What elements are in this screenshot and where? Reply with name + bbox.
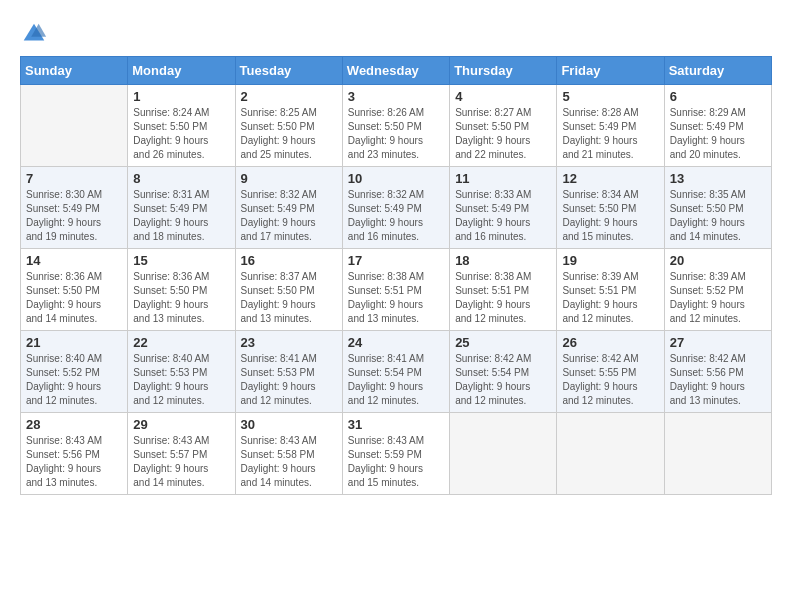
calendar-day: 25Sunrise: 8:42 AM Sunset: 5:54 PM Dayli… bbox=[450, 331, 557, 413]
calendar-header-row: SundayMondayTuesdayWednesdayThursdayFrid… bbox=[21, 57, 772, 85]
day-number: 12 bbox=[562, 171, 658, 186]
day-number: 1 bbox=[133, 89, 229, 104]
day-number: 2 bbox=[241, 89, 337, 104]
day-number: 20 bbox=[670, 253, 766, 268]
day-number: 11 bbox=[455, 171, 551, 186]
calendar-day: 23Sunrise: 8:41 AM Sunset: 5:53 PM Dayli… bbox=[235, 331, 342, 413]
calendar-table: SundayMondayTuesdayWednesdayThursdayFrid… bbox=[20, 56, 772, 495]
calendar-day: 29Sunrise: 8:43 AM Sunset: 5:57 PM Dayli… bbox=[128, 413, 235, 495]
empty-day bbox=[450, 413, 557, 495]
weekday-header: Friday bbox=[557, 57, 664, 85]
day-info: Sunrise: 8:27 AM Sunset: 5:50 PM Dayligh… bbox=[455, 106, 551, 162]
calendar-day: 31Sunrise: 8:43 AM Sunset: 5:59 PM Dayli… bbox=[342, 413, 449, 495]
day-info: Sunrise: 8:36 AM Sunset: 5:50 PM Dayligh… bbox=[26, 270, 122, 326]
weekday-header: Thursday bbox=[450, 57, 557, 85]
day-number: 22 bbox=[133, 335, 229, 350]
day-info: Sunrise: 8:32 AM Sunset: 5:49 PM Dayligh… bbox=[241, 188, 337, 244]
calendar-day: 17Sunrise: 8:38 AM Sunset: 5:51 PM Dayli… bbox=[342, 249, 449, 331]
day-info: Sunrise: 8:43 AM Sunset: 5:59 PM Dayligh… bbox=[348, 434, 444, 490]
logo bbox=[20, 20, 52, 48]
calendar-day: 30Sunrise: 8:43 AM Sunset: 5:58 PM Dayli… bbox=[235, 413, 342, 495]
calendar-day: 20Sunrise: 8:39 AM Sunset: 5:52 PM Dayli… bbox=[664, 249, 771, 331]
day-number: 16 bbox=[241, 253, 337, 268]
day-info: Sunrise: 8:41 AM Sunset: 5:54 PM Dayligh… bbox=[348, 352, 444, 408]
calendar-week-row: 28Sunrise: 8:43 AM Sunset: 5:56 PM Dayli… bbox=[21, 413, 772, 495]
calendar-day: 27Sunrise: 8:42 AM Sunset: 5:56 PM Dayli… bbox=[664, 331, 771, 413]
day-number: 18 bbox=[455, 253, 551, 268]
page-header bbox=[20, 20, 772, 48]
calendar-day: 4Sunrise: 8:27 AM Sunset: 5:50 PM Daylig… bbox=[450, 85, 557, 167]
day-info: Sunrise: 8:33 AM Sunset: 5:49 PM Dayligh… bbox=[455, 188, 551, 244]
day-info: Sunrise: 8:35 AM Sunset: 5:50 PM Dayligh… bbox=[670, 188, 766, 244]
calendar-day: 10Sunrise: 8:32 AM Sunset: 5:49 PM Dayli… bbox=[342, 167, 449, 249]
day-number: 9 bbox=[241, 171, 337, 186]
day-info: Sunrise: 8:41 AM Sunset: 5:53 PM Dayligh… bbox=[241, 352, 337, 408]
day-number: 10 bbox=[348, 171, 444, 186]
calendar-day: 8Sunrise: 8:31 AM Sunset: 5:49 PM Daylig… bbox=[128, 167, 235, 249]
calendar-day: 28Sunrise: 8:43 AM Sunset: 5:56 PM Dayli… bbox=[21, 413, 128, 495]
calendar-day: 19Sunrise: 8:39 AM Sunset: 5:51 PM Dayli… bbox=[557, 249, 664, 331]
day-number: 7 bbox=[26, 171, 122, 186]
calendar-day: 21Sunrise: 8:40 AM Sunset: 5:52 PM Dayli… bbox=[21, 331, 128, 413]
day-number: 25 bbox=[455, 335, 551, 350]
day-info: Sunrise: 8:24 AM Sunset: 5:50 PM Dayligh… bbox=[133, 106, 229, 162]
calendar-day: 2Sunrise: 8:25 AM Sunset: 5:50 PM Daylig… bbox=[235, 85, 342, 167]
day-info: Sunrise: 8:40 AM Sunset: 5:53 PM Dayligh… bbox=[133, 352, 229, 408]
calendar-day: 14Sunrise: 8:36 AM Sunset: 5:50 PM Dayli… bbox=[21, 249, 128, 331]
day-number: 23 bbox=[241, 335, 337, 350]
day-number: 8 bbox=[133, 171, 229, 186]
calendar-day: 1Sunrise: 8:24 AM Sunset: 5:50 PM Daylig… bbox=[128, 85, 235, 167]
day-info: Sunrise: 8:34 AM Sunset: 5:50 PM Dayligh… bbox=[562, 188, 658, 244]
day-number: 5 bbox=[562, 89, 658, 104]
day-number: 15 bbox=[133, 253, 229, 268]
calendar-week-row: 21Sunrise: 8:40 AM Sunset: 5:52 PM Dayli… bbox=[21, 331, 772, 413]
calendar-day: 6Sunrise: 8:29 AM Sunset: 5:49 PM Daylig… bbox=[664, 85, 771, 167]
calendar-day: 5Sunrise: 8:28 AM Sunset: 5:49 PM Daylig… bbox=[557, 85, 664, 167]
calendar-day: 26Sunrise: 8:42 AM Sunset: 5:55 PM Dayli… bbox=[557, 331, 664, 413]
calendar-day: 9Sunrise: 8:32 AM Sunset: 5:49 PM Daylig… bbox=[235, 167, 342, 249]
weekday-header: Tuesday bbox=[235, 57, 342, 85]
day-info: Sunrise: 8:39 AM Sunset: 5:52 PM Dayligh… bbox=[670, 270, 766, 326]
day-number: 4 bbox=[455, 89, 551, 104]
day-number: 17 bbox=[348, 253, 444, 268]
calendar-day: 3Sunrise: 8:26 AM Sunset: 5:50 PM Daylig… bbox=[342, 85, 449, 167]
day-number: 6 bbox=[670, 89, 766, 104]
calendar-week-row: 7Sunrise: 8:30 AM Sunset: 5:49 PM Daylig… bbox=[21, 167, 772, 249]
calendar-day: 11Sunrise: 8:33 AM Sunset: 5:49 PM Dayli… bbox=[450, 167, 557, 249]
day-info: Sunrise: 8:31 AM Sunset: 5:49 PM Dayligh… bbox=[133, 188, 229, 244]
day-info: Sunrise: 8:30 AM Sunset: 5:49 PM Dayligh… bbox=[26, 188, 122, 244]
day-number: 30 bbox=[241, 417, 337, 432]
day-info: Sunrise: 8:42 AM Sunset: 5:54 PM Dayligh… bbox=[455, 352, 551, 408]
logo-icon bbox=[20, 20, 48, 48]
day-number: 31 bbox=[348, 417, 444, 432]
day-info: Sunrise: 8:39 AM Sunset: 5:51 PM Dayligh… bbox=[562, 270, 658, 326]
day-info: Sunrise: 8:38 AM Sunset: 5:51 PM Dayligh… bbox=[348, 270, 444, 326]
day-info: Sunrise: 8:36 AM Sunset: 5:50 PM Dayligh… bbox=[133, 270, 229, 326]
weekday-header: Sunday bbox=[21, 57, 128, 85]
calendar-day: 15Sunrise: 8:36 AM Sunset: 5:50 PM Dayli… bbox=[128, 249, 235, 331]
day-number: 3 bbox=[348, 89, 444, 104]
day-info: Sunrise: 8:43 AM Sunset: 5:56 PM Dayligh… bbox=[26, 434, 122, 490]
day-info: Sunrise: 8:38 AM Sunset: 5:51 PM Dayligh… bbox=[455, 270, 551, 326]
day-info: Sunrise: 8:40 AM Sunset: 5:52 PM Dayligh… bbox=[26, 352, 122, 408]
day-info: Sunrise: 8:42 AM Sunset: 5:55 PM Dayligh… bbox=[562, 352, 658, 408]
day-info: Sunrise: 8:43 AM Sunset: 5:57 PM Dayligh… bbox=[133, 434, 229, 490]
calendar-day: 22Sunrise: 8:40 AM Sunset: 5:53 PM Dayli… bbox=[128, 331, 235, 413]
day-info: Sunrise: 8:42 AM Sunset: 5:56 PM Dayligh… bbox=[670, 352, 766, 408]
day-number: 27 bbox=[670, 335, 766, 350]
empty-day bbox=[664, 413, 771, 495]
empty-day bbox=[21, 85, 128, 167]
day-info: Sunrise: 8:28 AM Sunset: 5:49 PM Dayligh… bbox=[562, 106, 658, 162]
day-info: Sunrise: 8:32 AM Sunset: 5:49 PM Dayligh… bbox=[348, 188, 444, 244]
day-info: Sunrise: 8:25 AM Sunset: 5:50 PM Dayligh… bbox=[241, 106, 337, 162]
calendar-week-row: 14Sunrise: 8:36 AM Sunset: 5:50 PM Dayli… bbox=[21, 249, 772, 331]
calendar-day: 12Sunrise: 8:34 AM Sunset: 5:50 PM Dayli… bbox=[557, 167, 664, 249]
day-number: 19 bbox=[562, 253, 658, 268]
weekday-header: Wednesday bbox=[342, 57, 449, 85]
day-number: 13 bbox=[670, 171, 766, 186]
day-number: 26 bbox=[562, 335, 658, 350]
empty-day bbox=[557, 413, 664, 495]
day-info: Sunrise: 8:26 AM Sunset: 5:50 PM Dayligh… bbox=[348, 106, 444, 162]
calendar-day: 16Sunrise: 8:37 AM Sunset: 5:50 PM Dayli… bbox=[235, 249, 342, 331]
day-number: 14 bbox=[26, 253, 122, 268]
